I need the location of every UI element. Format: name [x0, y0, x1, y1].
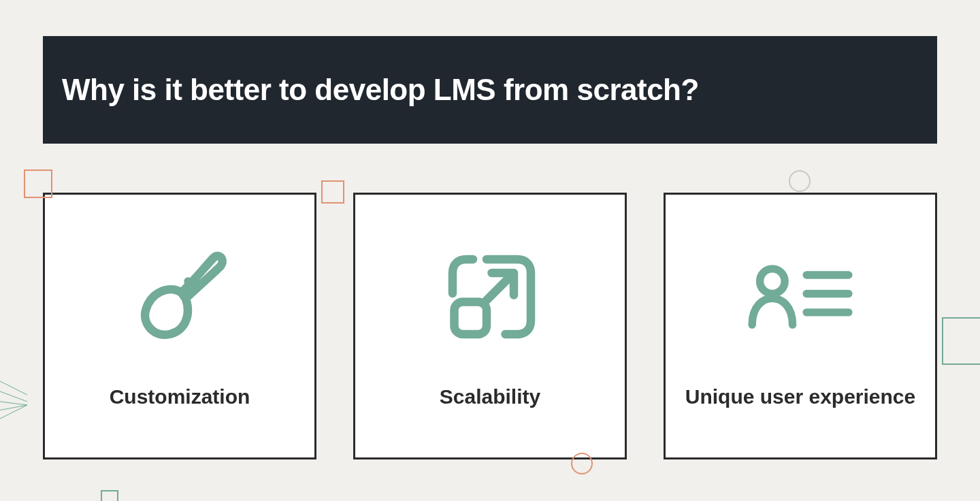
title-bar: Why is it better to develop LMS from scr…: [43, 36, 937, 144]
svg-point-3: [760, 269, 785, 294]
svg-line-0: [189, 282, 195, 289]
decorative-circle: [789, 170, 811, 192]
expand-icon: [436, 242, 544, 351]
svg-line-7: [0, 368, 27, 395]
decorative-lines: [0, 368, 41, 449]
feature-label: Customization: [110, 384, 250, 410]
feature-card-unique-ux: Unique user experience: [664, 193, 937, 459]
decorative-square: [942, 317, 980, 365]
decorative-square: [24, 169, 52, 198]
svg-line-8: [0, 381, 27, 402]
feature-label: Unique user experience: [685, 384, 915, 410]
feature-label: Scalability: [440, 384, 540, 410]
svg-line-9: [0, 398, 27, 405]
svg-line-10: [0, 405, 27, 415]
feature-card-customization: Customization: [43, 193, 316, 459]
decorative-square: [101, 490, 118, 501]
svg-line-2: [487, 275, 512, 301]
user-list-icon: [746, 242, 855, 351]
brush-icon: [125, 242, 234, 351]
feature-card-scalability: Scalability: [353, 193, 627, 459]
page-title: Why is it better to develop LMS from scr…: [62, 73, 699, 107]
decorative-circle: [571, 453, 593, 474]
svg-rect-1: [455, 302, 487, 335]
decorative-square: [321, 180, 344, 204]
